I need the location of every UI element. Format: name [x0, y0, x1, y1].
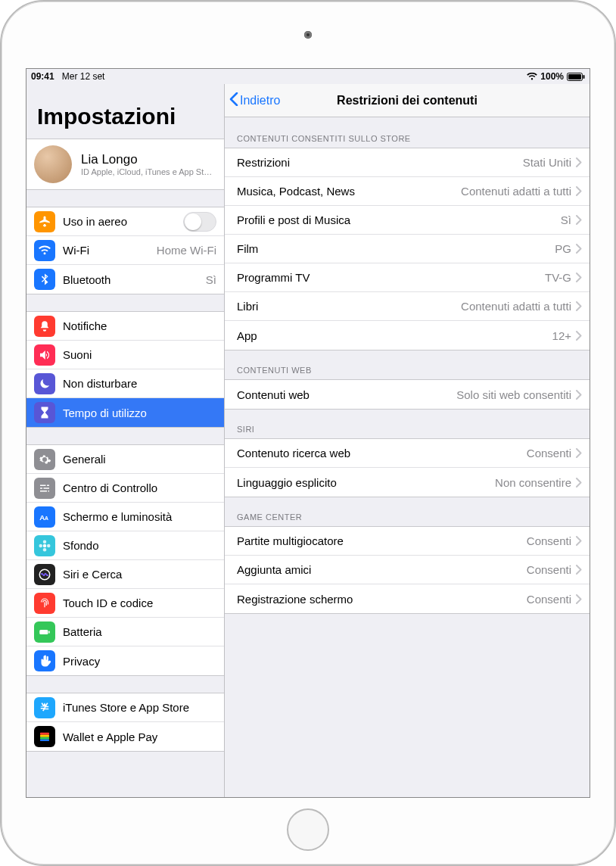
siri-icon: [34, 564, 55, 585]
battery-percent: 100%: [540, 71, 564, 82]
detail-row-value: Non consentire: [495, 476, 571, 489]
detail-row-label: Programmi TV: [237, 271, 545, 284]
sidebar-item-touch-id-e-codice[interactable]: Touch ID e codice: [26, 589, 224, 618]
svg-point-5: [43, 544, 47, 547]
detail-row-aggiunta-amici[interactable]: Aggiunta amiciConsenti: [225, 556, 590, 584]
sidebar-item-notifiche[interactable]: Notifiche: [26, 312, 224, 341]
detail-row-value: Stati Uniti: [523, 156, 571, 169]
sidebar-item-generali[interactable]: Generali: [26, 445, 224, 474]
sidebar-item-sfondo[interactable]: Sfondo: [26, 531, 224, 560]
sidebar-item-wi-fi[interactable]: Wi-FiHome Wi-Fi: [26, 236, 224, 265]
sidebar-item-value: Sì: [206, 273, 216, 286]
sidebar-group: Uso in aereoWi-FiHome Wi-FiBluetoothSì: [26, 207, 224, 294]
detail-row-contenuti-web[interactable]: Contenuti webSolo siti web consentiti: [225, 380, 590, 409]
textsize-icon: AA: [34, 506, 55, 528]
fingerprint-icon: [34, 593, 55, 614]
sidebar-item-label: Non disturbare: [63, 377, 216, 390]
status-left: 09:41 Mer 12 set: [31, 71, 104, 82]
svg-rect-16: [40, 740, 49, 741]
sidebar-item-siri-e-cerca[interactable]: Siri e Cerca: [26, 560, 224, 589]
detail-group: RestrizioniStati UnitiMusica, Podcast, N…: [225, 148, 590, 350]
sidebar-item-itunes-store-e-app-store[interactable]: iTunes Store e App Store: [26, 693, 224, 722]
sidebar-group: NotificheSuoniNon disturbareTempo di uti…: [26, 311, 224, 428]
svg-rect-1: [568, 74, 581, 79]
front-camera: [304, 31, 312, 39]
sidebar-item-label: iTunes Store e App Store: [63, 701, 216, 714]
detail-row-value: TV-G: [545, 271, 571, 284]
detail-row-value: Contenuti adatti a tutti: [461, 300, 571, 313]
detail-group: Contenuti webSolo siti web consentiti: [225, 379, 590, 410]
detail-row-libri[interactable]: LibriContenuti adatti a tutti: [225, 292, 590, 321]
sidebar-item-privacy[interactable]: Privacy: [26, 646, 224, 675]
detail-row-film[interactable]: FilmPG: [225, 235, 590, 263]
battery-status-icon: [567, 73, 585, 81]
detail-pane[interactable]: Indietro Restrizioni dei contenuti CONTE…: [225, 84, 590, 797]
detail-row-value: Consenti: [527, 447, 571, 459]
account-name: Lia Longo: [81, 152, 212, 167]
detail-row-contenuto-ricerca-web[interactable]: Contenuto ricerca webConsenti: [225, 439, 590, 468]
detail-row-app[interactable]: App12+: [225, 321, 590, 350]
detail-row-programmi-tv[interactable]: Programmi TVTV-G: [225, 263, 590, 292]
status-time: 09:41: [31, 71, 54, 82]
ipad-device-frame: 09:41 Mer 12 set 100% Impostazioni: [0, 0, 616, 866]
account-row[interactable]: Lia Longo ID Apple, iCloud, iTunes e App…: [26, 139, 224, 189]
svg-point-6: [43, 540, 47, 544]
detail-row-value: Sì: [561, 213, 571, 226]
detail-row-label: Restrizioni: [237, 156, 523, 169]
detail-row-label: Registrazione schermo: [237, 593, 527, 606]
svg-rect-14: [40, 735, 49, 737]
detail-row-value: PG: [555, 242, 571, 255]
sidebar-item-uso-in-aereo[interactable]: Uso in aereo: [26, 207, 224, 236]
detail-row-registrazione-schermo[interactable]: Registrazione schermoConsenti: [225, 584, 590, 613]
sidebar-item-batteria[interactable]: Batteria: [26, 618, 224, 646]
screen: 09:41 Mer 12 set 100% Impostazioni: [26, 68, 590, 798]
chevron-right-icon: [576, 273, 582, 282]
home-button[interactable]: [287, 808, 329, 851]
appstore-icon: [34, 697, 55, 718]
detail-row-label: Musica, Podcast, News: [237, 185, 461, 198]
detail-row-partite-multigiocatore[interactable]: Partite multigiocatoreConsenti: [225, 527, 590, 556]
detail-row-label: Aggiunta amici: [237, 563, 527, 576]
chevron-right-icon: [576, 157, 582, 167]
bluetooth-icon: [34, 269, 55, 290]
detail-row-value: Solo siti web consentiti: [456, 388, 571, 401]
detail-row-linguaggio-esplicito[interactable]: Linguaggio esplicitoNon consentire: [225, 468, 590, 497]
detail-row-label: Contenuti web: [237, 388, 456, 401]
svg-point-7: [43, 548, 47, 552]
toggle-uso-in-aereo[interactable]: [183, 212, 216, 232]
svg-text:A: A: [45, 515, 48, 520]
chevron-right-icon: [576, 536, 582, 546]
chevron-right-icon: [576, 215, 582, 225]
chevron-left-icon: [229, 92, 238, 109]
section-header: SIRI: [225, 410, 590, 438]
sidebar-item-wallet-e-apple-pay[interactable]: Wallet e Apple Pay: [26, 722, 224, 751]
sidebar-item-label: Sfondo: [63, 539, 216, 552]
sidebar-item-label: Tempo di utilizzo: [63, 407, 216, 419]
sidebar-item-suoni[interactable]: Suoni: [26, 341, 224, 369]
moon-icon: [34, 373, 55, 394]
bezel-top: [2, 2, 614, 68]
sidebar-item-label: Batteria: [63, 625, 216, 638]
section-header: CONTENUTI WEB: [225, 350, 590, 379]
detail-row-value: Contenuti adatti a tutti: [461, 185, 571, 198]
sidebar-item-label: Wallet e Apple Pay: [63, 730, 216, 743]
back-button[interactable]: Indietro: [225, 92, 285, 109]
chevron-right-icon: [576, 186, 582, 196]
sidebar-item-label: Notifiche: [63, 319, 216, 332]
sidebar[interactable]: Impostazioni Lia Longo ID Apple, iCloud,…: [26, 84, 225, 797]
speaker-icon: [34, 344, 55, 366]
detail-row-musica-podcast-news[interactable]: Musica, Podcast, NewsContenuti adatti a …: [225, 177, 590, 206]
detail-group: Contenuto ricerca webConsentiLinguaggio …: [225, 438, 590, 497]
sidebar-item-bluetooth[interactable]: BluetoothSì: [26, 265, 224, 294]
sidebar-item-tempo-di-utilizzo[interactable]: Tempo di utilizzo: [26, 398, 224, 427]
sidebar-item-centro-di-controllo[interactable]: Centro di Controllo: [26, 474, 224, 503]
sidebar-item-label: Uso in aereo: [63, 215, 183, 228]
detail-row-restrizioni[interactable]: RestrizioniStati Uniti: [225, 148, 590, 177]
wallet-icon: [34, 726, 55, 747]
detail-row-label: Libri: [237, 300, 461, 313]
back-label: Indietro: [240, 94, 280, 107]
gear-icon: [34, 449, 55, 470]
sidebar-item-non-disturbare[interactable]: Non disturbare: [26, 369, 224, 398]
detail-row-profili-e-post-di-musica[interactable]: Profili e post di MusicaSì: [225, 206, 590, 235]
sidebar-item-schermo-e-luminosit-[interactable]: AASchermo e luminosità: [26, 503, 224, 531]
